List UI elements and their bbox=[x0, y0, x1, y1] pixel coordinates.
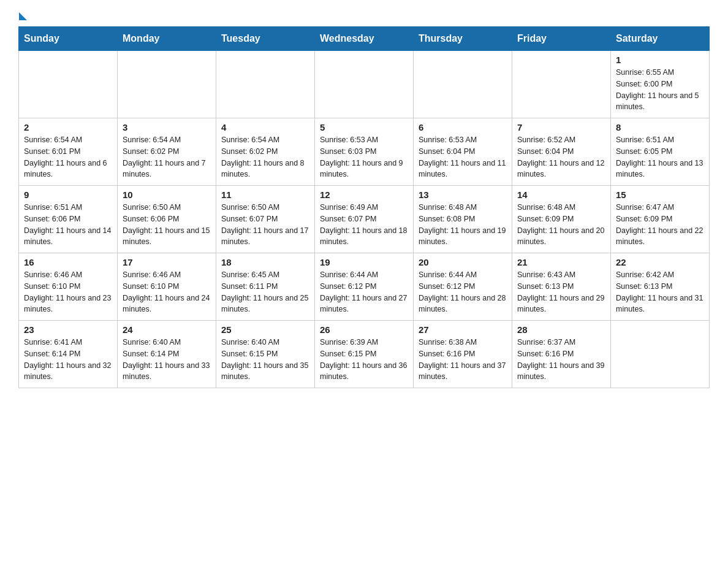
day-number: 27 bbox=[419, 324, 507, 335]
calendar-header-row: SundayMondayTuesdayWednesdayThursdayFrid… bbox=[19, 27, 710, 51]
day-info: Sunrise: 6:55 AMSunset: 6:00 PMDaylight:… bbox=[616, 67, 704, 113]
week-row-1: 1Sunrise: 6:55 AMSunset: 6:00 PMDaylight… bbox=[19, 51, 710, 118]
calendar-cell: 28Sunrise: 6:37 AMSunset: 6:16 PMDayligh… bbox=[512, 321, 611, 388]
calendar-cell: 10Sunrise: 6:50 AMSunset: 6:06 PMDayligh… bbox=[118, 186, 216, 253]
calendar-cell: 16Sunrise: 6:46 AMSunset: 6:10 PMDayligh… bbox=[19, 253, 118, 321]
day-info: Sunrise: 6:48 AMSunset: 6:09 PMDaylight:… bbox=[517, 202, 605, 248]
day-info: Sunrise: 6:54 AMSunset: 6:02 PMDaylight:… bbox=[221, 134, 309, 180]
day-number: 22 bbox=[616, 257, 704, 267]
calendar-cell: 4Sunrise: 6:54 AMSunset: 6:02 PMDaylight… bbox=[216, 118, 315, 186]
day-number: 11 bbox=[221, 190, 309, 200]
calendar-cell: 13Sunrise: 6:48 AMSunset: 6:08 PMDayligh… bbox=[414, 186, 512, 253]
week-row-2: 2Sunrise: 6:54 AMSunset: 6:01 PMDaylight… bbox=[19, 118, 710, 186]
day-info: Sunrise: 6:47 AMSunset: 6:09 PMDaylight:… bbox=[616, 202, 704, 248]
day-header-saturday: Saturday bbox=[611, 27, 710, 51]
day-info: Sunrise: 6:43 AMSunset: 6:13 PMDaylight:… bbox=[517, 269, 605, 315]
calendar-table: SundayMondayTuesdayWednesdayThursdayFrid… bbox=[18, 26, 710, 388]
calendar-cell: 9Sunrise: 6:51 AMSunset: 6:06 PMDaylight… bbox=[19, 186, 118, 253]
calendar-cell: 17Sunrise: 6:46 AMSunset: 6:10 PMDayligh… bbox=[118, 253, 216, 321]
day-info: Sunrise: 6:38 AMSunset: 6:16 PMDaylight:… bbox=[419, 337, 507, 383]
day-header-thursday: Thursday bbox=[414, 27, 512, 51]
day-info: Sunrise: 6:51 AMSunset: 6:06 PMDaylight:… bbox=[24, 202, 112, 248]
day-info: Sunrise: 6:45 AMSunset: 6:11 PMDaylight:… bbox=[221, 269, 309, 315]
calendar-cell bbox=[512, 51, 611, 118]
day-header-tuesday: Tuesday bbox=[216, 27, 315, 51]
day-number: 24 bbox=[123, 324, 211, 335]
day-header-friday: Friday bbox=[512, 27, 611, 51]
day-number: 8 bbox=[616, 122, 704, 132]
calendar-cell: 22Sunrise: 6:42 AMSunset: 6:13 PMDayligh… bbox=[611, 253, 710, 321]
day-info: Sunrise: 6:39 AMSunset: 6:15 PMDaylight:… bbox=[320, 337, 408, 383]
calendar-cell: 18Sunrise: 6:45 AMSunset: 6:11 PMDayligh… bbox=[216, 253, 315, 321]
day-info: Sunrise: 6:50 AMSunset: 6:07 PMDaylight:… bbox=[221, 202, 309, 248]
calendar-cell: 12Sunrise: 6:49 AMSunset: 6:07 PMDayligh… bbox=[315, 186, 414, 253]
day-number: 23 bbox=[24, 324, 112, 335]
calendar-cell bbox=[19, 51, 118, 118]
day-info: Sunrise: 6:46 AMSunset: 6:10 PMDaylight:… bbox=[123, 269, 211, 315]
calendar-cell: 24Sunrise: 6:40 AMSunset: 6:14 PMDayligh… bbox=[118, 321, 216, 388]
week-row-4: 16Sunrise: 6:46 AMSunset: 6:10 PMDayligh… bbox=[19, 253, 710, 321]
day-info: Sunrise: 6:54 AMSunset: 6:01 PMDaylight:… bbox=[24, 134, 112, 180]
day-number: 3 bbox=[123, 122, 211, 132]
day-number: 1 bbox=[616, 55, 704, 65]
day-number: 14 bbox=[517, 190, 605, 200]
day-number: 28 bbox=[517, 324, 605, 335]
day-info: Sunrise: 6:49 AMSunset: 6:07 PMDaylight:… bbox=[320, 202, 408, 248]
calendar-cell: 27Sunrise: 6:38 AMSunset: 6:16 PMDayligh… bbox=[414, 321, 512, 388]
day-number: 13 bbox=[419, 190, 507, 200]
day-number: 12 bbox=[320, 190, 408, 200]
day-number: 7 bbox=[517, 122, 605, 132]
day-number: 15 bbox=[616, 190, 704, 200]
day-number: 9 bbox=[24, 190, 112, 200]
day-info: Sunrise: 6:51 AMSunset: 6:05 PMDaylight:… bbox=[616, 134, 704, 180]
logo bbox=[18, 12, 27, 20]
day-info: Sunrise: 6:41 AMSunset: 6:14 PMDaylight:… bbox=[24, 337, 112, 383]
week-row-5: 23Sunrise: 6:41 AMSunset: 6:14 PMDayligh… bbox=[19, 321, 710, 388]
day-info: Sunrise: 6:40 AMSunset: 6:14 PMDaylight:… bbox=[123, 337, 211, 383]
day-info: Sunrise: 6:44 AMSunset: 6:12 PMDaylight:… bbox=[320, 269, 408, 315]
day-number: 19 bbox=[320, 257, 408, 267]
logo-arrow-icon bbox=[19, 12, 27, 20]
calendar-cell: 23Sunrise: 6:41 AMSunset: 6:14 PMDayligh… bbox=[19, 321, 118, 388]
day-info: Sunrise: 6:54 AMSunset: 6:02 PMDaylight:… bbox=[123, 134, 211, 180]
calendar-cell: 26Sunrise: 6:39 AMSunset: 6:15 PMDayligh… bbox=[315, 321, 414, 388]
day-number: 21 bbox=[517, 257, 605, 267]
day-number: 5 bbox=[320, 122, 408, 132]
day-number: 4 bbox=[221, 122, 309, 132]
calendar-cell: 21Sunrise: 6:43 AMSunset: 6:13 PMDayligh… bbox=[512, 253, 611, 321]
day-number: 26 bbox=[320, 324, 408, 335]
day-info: Sunrise: 6:44 AMSunset: 6:12 PMDaylight:… bbox=[419, 269, 507, 315]
day-number: 20 bbox=[419, 257, 507, 267]
page-header bbox=[18, 12, 710, 20]
day-number: 2 bbox=[24, 122, 112, 132]
calendar-cell bbox=[414, 51, 512, 118]
calendar-cell: 6Sunrise: 6:53 AMSunset: 6:04 PMDaylight… bbox=[414, 118, 512, 186]
day-number: 16 bbox=[24, 257, 112, 267]
day-info: Sunrise: 6:53 AMSunset: 6:04 PMDaylight:… bbox=[419, 134, 507, 180]
calendar-cell: 14Sunrise: 6:48 AMSunset: 6:09 PMDayligh… bbox=[512, 186, 611, 253]
calendar-cell: 25Sunrise: 6:40 AMSunset: 6:15 PMDayligh… bbox=[216, 321, 315, 388]
day-info: Sunrise: 6:37 AMSunset: 6:16 PMDaylight:… bbox=[517, 337, 605, 383]
day-number: 17 bbox=[123, 257, 211, 267]
day-number: 25 bbox=[221, 324, 309, 335]
day-info: Sunrise: 6:50 AMSunset: 6:06 PMDaylight:… bbox=[123, 202, 211, 248]
calendar-cell: 5Sunrise: 6:53 AMSunset: 6:03 PMDaylight… bbox=[315, 118, 414, 186]
calendar-cell: 3Sunrise: 6:54 AMSunset: 6:02 PMDaylight… bbox=[118, 118, 216, 186]
day-number: 6 bbox=[419, 122, 507, 132]
calendar-cell: 7Sunrise: 6:52 AMSunset: 6:04 PMDaylight… bbox=[512, 118, 611, 186]
calendar-cell: 20Sunrise: 6:44 AMSunset: 6:12 PMDayligh… bbox=[414, 253, 512, 321]
day-info: Sunrise: 6:46 AMSunset: 6:10 PMDaylight:… bbox=[24, 269, 112, 315]
calendar-cell bbox=[118, 51, 216, 118]
day-info: Sunrise: 6:52 AMSunset: 6:04 PMDaylight:… bbox=[517, 134, 605, 180]
calendar-cell bbox=[216, 51, 315, 118]
calendar-cell: 1Sunrise: 6:55 AMSunset: 6:00 PMDaylight… bbox=[611, 51, 710, 118]
day-header-sunday: Sunday bbox=[19, 27, 118, 51]
day-info: Sunrise: 6:40 AMSunset: 6:15 PMDaylight:… bbox=[221, 337, 309, 383]
day-number: 10 bbox=[123, 190, 211, 200]
day-info: Sunrise: 6:53 AMSunset: 6:03 PMDaylight:… bbox=[320, 134, 408, 180]
calendar-cell: 8Sunrise: 6:51 AMSunset: 6:05 PMDaylight… bbox=[611, 118, 710, 186]
calendar-cell: 2Sunrise: 6:54 AMSunset: 6:01 PMDaylight… bbox=[19, 118, 118, 186]
day-info: Sunrise: 6:48 AMSunset: 6:08 PMDaylight:… bbox=[419, 202, 507, 248]
day-header-monday: Monday bbox=[118, 27, 216, 51]
calendar-cell bbox=[611, 321, 710, 388]
